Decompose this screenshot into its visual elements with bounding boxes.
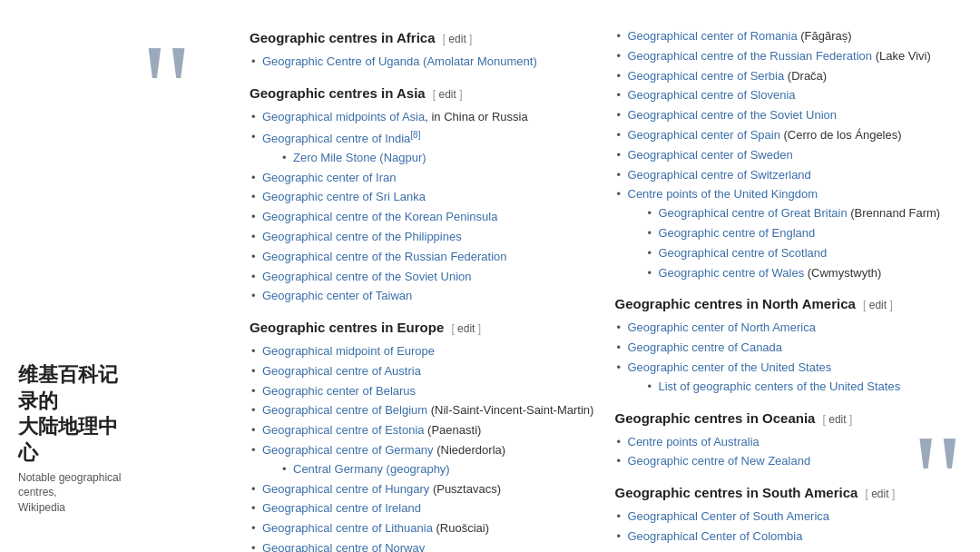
list-item[interactable]: Geographic center of Iran — [250, 169, 597, 188]
list-item[interactable]: Geographical centre of Scotland — [646, 244, 963, 263]
list-item[interactable]: Geographic centre of Canada — [615, 339, 963, 358]
list-item[interactable]: List of geographic centers of the United… — [646, 378, 963, 397]
caption-block: 维基百科记录的大陆地理中心 Notable geographical centr… — [18, 362, 136, 516]
section-africa-title: Geographic centres in Africa [ edit ] — [250, 27, 597, 49]
list-item[interactable]: Geographic centre of Sri Lanka — [250, 188, 597, 207]
list-item[interactable]: Geographical center of Sweden — [615, 146, 963, 165]
list-item[interactable]: Zero Mile Stone (Nagpur) — [280, 149, 597, 168]
list-item[interactable]: Geographic centre of New Zealand — [615, 452, 963, 471]
south-america-list: Geographical Center of South America Geo… — [615, 508, 963, 547]
africa-edit[interactable]: [ edit ] — [443, 33, 473, 45]
list-item[interactable]: Geographical centre of Norway — [250, 539, 597, 552]
list-item[interactable]: Geographical midpoints of Asia, in China… — [250, 108, 597, 127]
left-quote-mark: " — [141, 25, 192, 153]
list-item[interactable]: Geographical centre of the Soviet Union — [615, 106, 963, 125]
list-item[interactable]: Geographical centre of the Russian Feder… — [250, 248, 597, 267]
list-item[interactable]: Centre points of Australia — [615, 433, 963, 452]
caption-title-zh: 维基百科记录的大陆地理中心 — [18, 362, 136, 466]
europe-edit[interactable]: [ edit ] — [451, 322, 481, 335]
list-item[interactable]: Geographical centre of Hungary (Pusztava… — [250, 480, 597, 499]
list-item[interactable]: Geographical centre of the Philippines — [250, 228, 597, 247]
left-column: Geographic centres in Africa [ edit ] Ge… — [250, 27, 597, 534]
section-oceania-title: Geographic centres in Oceania [ edit ] — [615, 408, 963, 429]
list-item[interactable]: Central Germany (geography) — [280, 460, 597, 479]
list-item[interactable]: Geographic center of the United States L… — [615, 359, 963, 397]
list-item[interactable]: Geographical centre of Austria — [250, 362, 597, 381]
asia-list: Geographical midpoints of Asia, in China… — [250, 108, 597, 306]
list-item[interactable]: Geographical centre of Estonia (Paenasti… — [250, 421, 597, 440]
section-north-america-title: Geographic centres in North America [ ed… — [615, 293, 963, 315]
asia-edit[interactable]: [ edit ] — [433, 88, 463, 101]
list-item[interactable]: Geographical centre of Lithuania (Ruošci… — [250, 519, 597, 538]
right-column: Geographical center of Romania (Făgăraș)… — [615, 27, 963, 534]
section-asia-title: Geographic centres in Asia [ edit ] — [250, 83, 597, 104]
list-item[interactable]: Geographic center of Belarus — [250, 382, 597, 401]
list-item[interactable]: Geographical centre of Germany (Niederdo… — [250, 441, 597, 479]
list-item[interactable]: Geographical centre of Great Britain (Br… — [646, 204, 963, 223]
list-item[interactable]: Geographical Center of South America — [615, 508, 963, 527]
list-item[interactable]: Geographical centre of the Soviet Union — [250, 268, 597, 287]
list-item[interactable]: Geographic Centre of Uganda (Amolatar Mo… — [250, 53, 597, 72]
section-europe-title: Geographic centres in Europe [ edit ] — [250, 317, 597, 339]
list-item[interactable]: Geographic centre of Wales (Cwmystwyth) — [646, 264, 963, 283]
north-america-edit[interactable]: [ edit ] — [863, 299, 893, 311]
oceania-edit[interactable]: [ edit ] — [823, 413, 853, 426]
section-south-america-title: Geographic centres in South America [ ed… — [615, 482, 963, 504]
list-item[interactable]: Geographical centre of Switzerland — [615, 166, 963, 185]
content-area: Geographic centres in Africa [ edit ] Ge… — [231, 0, 980, 552]
list-item[interactable]: Geographical centre of Serbia (Drača) — [615, 67, 963, 86]
list-item[interactable]: Geographic centre of England — [646, 224, 963, 243]
oceania-list: Centre points of Australia Geographic ce… — [615, 433, 963, 472]
list-item[interactable]: Geographical centre of Slovenia — [615, 86, 963, 105]
list-item[interactable]: Geographic center of North America — [615, 319, 963, 338]
list-item[interactable]: Geographical centre of Belgium (Nil-Sain… — [250, 401, 597, 420]
caption-subtitle: Notable geographical centres,Wikipedia — [18, 470, 136, 516]
north-america-list: Geographic center of North America Geogr… — [615, 319, 963, 396]
list-item[interactable]: Geographical centre of India[8] Zero Mil… — [250, 128, 597, 168]
south-america-edit[interactable]: [ edit ] — [866, 488, 896, 500]
europe-cont-list: Geographical center of Romania (Făgăraș)… — [615, 27, 963, 282]
africa-list: Geographic Centre of Uganda (Amolatar Mo… — [250, 53, 597, 72]
list-item[interactable]: Geographical midpoint of Europe — [250, 342, 597, 361]
list-item[interactable]: Geographical center of Romania (Făgăraș) — [615, 27, 963, 46]
list-item[interactable]: Geographic center of Taiwan — [250, 287, 597, 306]
list-item[interactable]: Geographical center of Spain (Cerro de l… — [615, 126, 963, 145]
list-item[interactable]: Geographical Center of Colombia — [615, 527, 963, 547]
list-item[interactable]: Geographical centre of the Korean Penins… — [250, 208, 597, 227]
europe-list: Geographical midpoint of Europe Geograph… — [250, 342, 597, 552]
list-item[interactable]: Geographical centre of Ireland — [250, 499, 597, 518]
list-item[interactable]: Geographical centre of the Russian Feder… — [615, 47, 963, 66]
list-item[interactable]: Centre points of the United Kingdom Geog… — [615, 185, 963, 282]
